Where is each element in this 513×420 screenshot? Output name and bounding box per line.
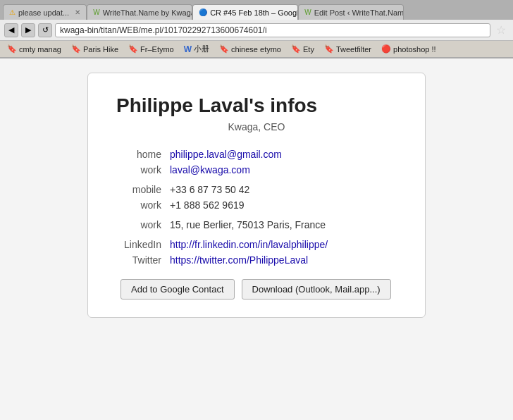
bookmark-tweetfilter-label: Tweetfilter <box>336 45 371 54</box>
table-row: Twitter https://twitter.com/PhilippeLava… <box>116 252 397 268</box>
bookmark-ety-label: Ety <box>303 45 314 54</box>
address-bar: ◀ ▶ ↺ kwaga-bin/titan/WEB/me.pl/10170229… <box>0 20 513 41</box>
bookmark-chinese-label: chinese etymo <box>231 45 281 54</box>
bookmark-etymo-icon: 🔖 <box>128 44 138 54</box>
tab-2-favicon: W <box>93 8 99 16</box>
bookmark-tweetfilter[interactable]: 🔖 Tweetfilter <box>320 44 376 54</box>
field-label-work-phone: work <box>116 197 166 213</box>
add-google-contact-button[interactable]: Add to Google Contact <box>120 279 235 299</box>
bookmark-photoshop-icon: 🔴 <box>381 44 391 54</box>
field-label-linkedin: LinkedIn <box>116 237 166 252</box>
reload-button[interactable]: ↺ <box>38 23 52 37</box>
tab-4[interactable]: W Edit Post ‹ WriteThat.Name's... ✕ <box>298 4 404 20</box>
tab-1-label: please updat... <box>18 8 69 17</box>
bookmark-etymo-label: Fr–Etymo <box>140 45 174 54</box>
bookmark-paris-icon: 🔖 <box>71 44 81 54</box>
table-row: LinkedIn http://fr.linkedin.com/in/laval… <box>116 237 397 252</box>
bookmarks-bar: 🔖 cmty manag 🔖 Paris Hike 🔖 Fr–Etymo W 小… <box>0 41 513 58</box>
tab-4-favicon: W <box>304 8 311 16</box>
table-row: home philippe.laval@gmail.com <box>116 147 397 162</box>
field-value-linkedin[interactable]: http://fr.linkedin.com/in/lavalphilippe/ <box>166 237 397 252</box>
bookmark-ety-icon: 🔖 <box>291 44 301 54</box>
download-button[interactable]: Download (Outlook, Mail.app...) <box>242 279 391 299</box>
url-input[interactable]: kwaga-bin/titan/WEB/me.pl/10170229271360… <box>55 23 490 37</box>
browser-chrome: ⚠ please updat... ✕ W WriteThat.Name by … <box>0 0 513 58</box>
field-value-mobile: +33 6 87 73 50 42 <box>166 182 397 197</box>
page-content: Philippe Laval's infos Kwaga, CEO home p… <box>0 58 513 420</box>
bookmark-etymo[interactable]: 🔖 Fr–Etymo <box>124 44 178 54</box>
twitter-link[interactable]: https://twitter.com/PhilippeLaval <box>170 254 308 266</box>
tab-bar: ⚠ please updat... ✕ W WriteThat.Name by … <box>0 0 513 20</box>
tab-3-label: CR #45 Feb 18th – Google D... <box>210 8 298 17</box>
field-value-work-email[interactable]: laval@kwaga.com <box>166 162 397 178</box>
tab-1[interactable]: ⚠ please updat... ✕ <box>3 4 87 20</box>
tab-3-favicon: 🔵 <box>199 8 207 16</box>
table-row: mobile +33 6 87 73 50 42 <box>116 182 397 197</box>
bookmark-photoshop-label: photoshop !! <box>393 45 436 54</box>
bookmark-cmty-label: cmty manag <box>19 45 61 54</box>
tab-1-favicon: ⚠ <box>9 8 16 16</box>
bookmark-cmty[interactable]: 🔖 cmty manag <box>3 44 66 54</box>
tab-1-close[interactable]: ✕ <box>75 8 80 16</box>
contact-card: Philippe Laval's infos Kwaga, CEO home p… <box>87 73 426 318</box>
field-label-mobile: mobile <box>116 182 166 197</box>
field-value-address: 15, rue Berlier, 75013 Paris, France <box>166 217 397 233</box>
back-button[interactable]: ◀ <box>4 23 18 37</box>
url-text: kwaga-bin/titan/WEB/me.pl/10170229271360… <box>60 25 267 35</box>
tab-4-label: Edit Post ‹ WriteThat.Name's... <box>314 8 404 17</box>
field-value-home-email[interactable]: philippe.laval@gmail.com <box>166 147 397 162</box>
bookmark-tweetfilter-icon: 🔖 <box>324 44 334 54</box>
bookmark-chinese-icon: 🔖 <box>219 44 229 54</box>
bookmark-photoshop[interactable]: 🔴 photoshop !! <box>377 44 440 54</box>
work-email-link[interactable]: laval@kwaga.com <box>170 164 250 175</box>
bookmark-wiki[interactable]: W 小册 <box>180 43 214 55</box>
contact-subtitle: Kwaga, CEO <box>116 121 397 132</box>
field-label-work-email: work <box>116 162 166 178</box>
bookmark-chinese[interactable]: 🔖 chinese etymo <box>215 44 285 54</box>
bookmark-star[interactable]: ☆ <box>493 23 509 37</box>
bookmark-ety[interactable]: 🔖 Ety <box>287 44 319 54</box>
bookmark-wiki-icon: W <box>184 44 192 54</box>
button-row: Add to Google Contact Download (Outlook,… <box>116 279 397 299</box>
tab-2-label: WriteThat.Name by Kwaga <box>103 8 193 17</box>
field-label-home: home <box>116 147 166 162</box>
tab-2[interactable]: W WriteThat.Name by Kwaga ✕ <box>87 4 192 20</box>
linkedin-link[interactable]: http://fr.linkedin.com/in/lavalphilippe/ <box>170 239 328 250</box>
bookmark-cmty-icon: 🔖 <box>7 44 17 54</box>
field-value-work-phone: +1 888 562 9619 <box>166 197 397 213</box>
field-label-twitter: Twitter <box>116 252 166 268</box>
table-row: work laval@kwaga.com <box>116 162 397 178</box>
contact-info-table: home philippe.laval@gmail.com work laval… <box>116 147 397 268</box>
table-row: work +1 888 562 9619 <box>116 197 397 213</box>
field-label-address: work <box>116 217 166 233</box>
field-value-twitter[interactable]: https://twitter.com/PhilippeLaval <box>166 252 397 268</box>
table-row: work 15, rue Berlier, 75013 Paris, Franc… <box>116 217 397 233</box>
contact-title: Philippe Laval's infos <box>116 94 397 117</box>
home-email-link[interactable]: philippe.laval@gmail.com <box>170 149 282 160</box>
bookmark-paris-label: Paris Hike <box>83 45 118 54</box>
tab-3[interactable]: 🔵 CR #45 Feb 18th – Google D... ✕ <box>192 4 298 20</box>
bookmark-paris[interactable]: 🔖 Paris Hike <box>67 44 123 54</box>
bookmark-wiki-label: 小册 <box>194 44 209 54</box>
forward-button[interactable]: ▶ <box>21 23 35 37</box>
